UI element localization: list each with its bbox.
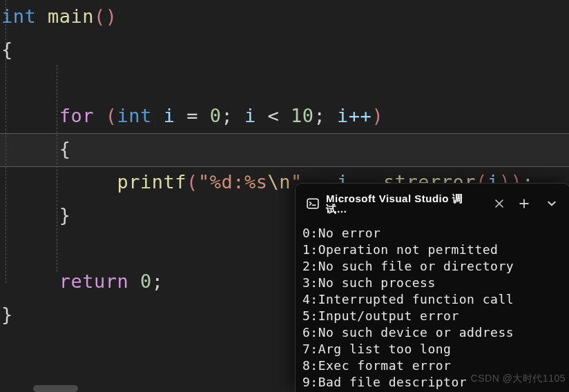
brace-open: { [1,39,13,60]
output-line: 4:Interrupted function call [302,292,514,306]
num-0: 0 [210,105,222,126]
num-0: 0 [140,271,152,292]
terminal-panel: Microsoft Visual Studio 调试… 0:No error [295,183,569,392]
paren-open: ( [186,171,198,193]
brace-close: } [1,304,13,325]
keyword-int: int [1,6,36,27]
code-editor[interactable]: int main() { for (int i = 0; i < 10; i++… [0,0,569,392]
output-line: 1:Operation not permitted [302,242,498,257]
horizontal-scrollbar[interactable] [33,385,78,392]
parens: () [94,6,117,27]
close-icon[interactable] [495,199,503,209]
escape-n: \n [267,171,291,193]
function-main: main [48,6,94,27]
output-line: 7:Arg list too long [302,342,451,356]
new-tab-button[interactable] [510,190,538,217]
type-int: int [117,105,152,126]
keyword-for: for [59,105,94,126]
op-eq: = [186,105,198,126]
op-lt: < [268,105,280,126]
semi: ; [314,105,326,126]
output-line: 2:No such file or directory [302,259,514,273]
var-inc: i++ [337,105,372,126]
terminal-output[interactable]: 0:No error 1:Operation not permitted 2:N… [296,224,569,392]
output-line: 9:Bad file descriptor [302,375,467,389]
num-10: 10 [291,105,314,126]
brace-open: { [59,138,71,159]
semi: ; [221,105,233,126]
terminal-header: Microsoft Visual Studio 调试… [296,184,569,224]
paren-open: ( [106,105,117,126]
call-printf: printf [117,171,187,193]
output-line: 6:No such device or address [302,325,514,340]
output-line: 3:No such process [302,275,436,290]
terminal-tab[interactable]: Microsoft Visual Studio 调试… [300,184,510,224]
paren-close: ) [372,105,383,126]
brace-close: } [59,204,71,226]
terminal-title: Microsoft Visual Studio 调试… [326,193,484,214]
var-i: i [244,105,256,126]
fmt-s: %s [244,171,268,193]
output-line: 8:Exec format error [302,358,451,373]
terminal-icon [307,197,319,210]
output-line: 5:Input/output error [302,308,459,323]
semi: ; [152,271,164,292]
var-i: i [164,105,175,126]
keyword-return: return [59,271,129,292]
fmt-d: %d [210,171,233,193]
chevron-down-icon[interactable] [538,190,566,217]
colon: : [233,171,244,193]
output-line: 0:No error [302,226,380,240]
svg-rect-0 [307,199,318,208]
watermark-text: CSDN @大时代1105 [471,373,566,383]
string-quote: " [198,171,210,193]
